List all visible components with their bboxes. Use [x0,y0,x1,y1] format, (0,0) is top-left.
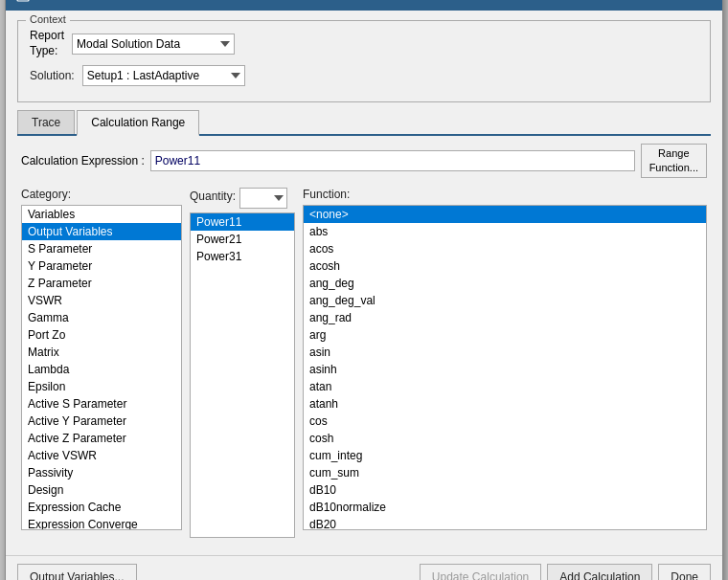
quantity-item[interactable]: Power11 [191,213,294,231]
category-item[interactable]: Port Zo [22,326,181,344]
footer-left: Output Variables... [17,564,137,580]
category-item[interactable]: Epsilon [22,378,181,395]
solution-dropdown[interactable]: Setup1 : LastAdaptiveSetup1 : Adaptive [82,65,245,86]
quantity-item[interactable]: Power21 [191,231,294,248]
function-item[interactable]: cum_sum [304,464,706,481]
category-item[interactable]: Variables [22,206,181,223]
function-item[interactable]: ang_rad [304,309,706,326]
category-column: Category: VariablesOutput VariablesS Par… [21,188,182,542]
category-listbox[interactable]: VariablesOutput VariablesS ParameterY Pa… [21,205,182,530]
function-item[interactable]: <none> [304,206,706,223]
add-edit-calculation-dialog: Add/Edit Calculation × Context Report Ty… [5,0,723,580]
tab-trace[interactable]: Trace [17,110,75,134]
category-item[interactable]: Output Variables [22,223,181,240]
function-header: Function: [303,188,707,201]
dialog-body: Context Report Type: Modal Solution Data… [6,11,722,550]
footer-right: Update Calculation Add Calculation Done [420,564,711,580]
function-item[interactable]: atan [304,378,706,395]
category-header: Category: [21,188,182,201]
function-item[interactable]: cosh [304,430,706,447]
category-item[interactable]: Design [22,481,181,499]
category-item[interactable]: Active Y Parameter [22,413,181,430]
update-calculation-button[interactable]: Update Calculation [420,564,541,580]
tab-row: Trace Calculation Range [17,110,711,136]
category-item[interactable]: Y Parameter [22,257,181,275]
quantity-column: Quantity: Power11Power21Power31 [190,188,295,542]
calc-expr-label: Calculation Expression : [21,154,145,167]
category-item[interactable]: Passivity [22,464,181,481]
quantity-dropdown[interactable] [239,188,287,209]
category-item[interactable]: Expression Converge [22,516,181,530]
report-type-dropdown[interactable]: Modal Solution DataTerminal Solution Dat… [72,33,235,55]
category-item[interactable]: Z Parameter [22,275,181,292]
footer-area: Output Variables... Update Calculation A… [6,555,722,580]
title-bar: Add/Edit Calculation × [6,0,722,11]
function-item[interactable]: abs [304,223,706,240]
solution-label: Solution: [30,69,75,82]
function-item[interactable]: asinh [304,361,706,378]
calc-expr-input[interactable] [150,150,635,171]
quantity-item[interactable]: Power31 [191,248,294,265]
calculator-icon [15,0,31,3]
range-function-button[interactable]: Range Function... [641,144,707,178]
function-item[interactable]: acosh [304,257,706,275]
report-type-row: Report Type: Modal Solution DataTerminal… [30,29,698,58]
category-item[interactable]: Gamma [22,309,181,326]
function-item[interactable]: cum_integ [304,447,706,464]
category-item[interactable]: Lambda [22,361,181,378]
svg-rect-0 [17,0,29,1]
quantity-header: Quantity: [190,190,236,203]
context-section: Context Report Type: Modal Solution Data… [17,20,711,101]
category-item[interactable]: S Parameter [22,240,181,257]
function-item[interactable]: cos [304,413,706,430]
category-item[interactable]: Active VSWR [22,447,181,464]
function-item[interactable]: ang_deg_val [304,292,706,309]
tab-calculation-range[interactable]: Calculation Range [77,110,199,136]
solution-row: Solution: Setup1 : LastAdaptiveSetup1 : … [30,65,698,86]
add-calculation-button[interactable]: Add Calculation [547,564,652,580]
context-group-label: Context [26,13,70,25]
function-item[interactable]: asin [304,344,706,361]
close-button[interactable]: × [694,0,713,5]
function-item[interactable]: dB20 [304,516,706,530]
done-button[interactable]: Done [658,564,711,580]
columns-area: Category: VariablesOutput VariablesS Par… [21,188,707,542]
function-item[interactable]: atanh [304,395,706,413]
function-item[interactable]: dB10normalize [304,499,706,516]
output-variables-button[interactable]: Output Variables... [17,564,137,580]
report-type-label: Report Type: [30,29,64,58]
dialog-title: Add/Edit Calculation [38,0,150,3]
quantity-header-row: Quantity: [190,188,295,209]
category-item[interactable]: Expression Cache [22,499,181,516]
function-item[interactable]: ang_deg [304,275,706,292]
function-item[interactable]: acos [304,240,706,257]
category-item[interactable]: VSWR [22,292,181,309]
function-listbox[interactable]: <none>absacosacoshang_degang_deg_valang_… [303,205,707,530]
category-item[interactable]: Active S Parameter [22,395,181,413]
category-item[interactable]: Active Z Parameter [22,430,181,447]
tab-content: Calculation Expression : Range Function.… [17,144,711,542]
tabs-area: Trace Calculation Range Calculation Expr… [17,110,711,542]
function-item[interactable]: dB10 [304,481,706,499]
category-item[interactable]: Matrix [22,344,181,361]
calc-expr-row: Calculation Expression : Range Function.… [21,144,707,178]
function-item[interactable]: arg [304,326,706,344]
title-bar-left: Add/Edit Calculation [15,0,150,3]
function-column: Function: <none>absacosacoshang_degang_d… [303,188,707,542]
quantity-listbox[interactable]: Power11Power21Power31 [190,212,295,538]
